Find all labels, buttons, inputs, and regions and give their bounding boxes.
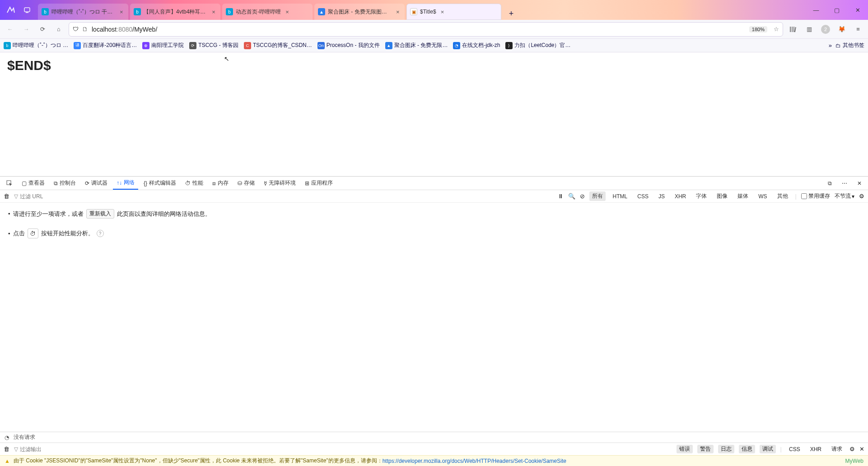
block-icon[interactable]: ⊘: [580, 193, 585, 200]
bookmark-item[interactable]: b哔哩哔哩（˚-˚）つロ …: [4, 42, 68, 49]
tab-5-active[interactable]: ▣$Title$×: [406, 4, 501, 20]
other-bookmarks[interactable]: 🗀其他书签: [835, 42, 864, 49]
home-button[interactable]: ⌂: [52, 23, 65, 36]
level-info[interactable]: 信息: [739, 445, 755, 453]
level-error[interactable]: 错误: [677, 445, 693, 453]
url-box[interactable]: 🛡 🗋 localhost:8080/MyWeb/ 180% ☆: [69, 22, 783, 37]
bookmark-item[interactable]: 译百度翻译-200种语言…: [74, 42, 137, 49]
close-icon[interactable]: ×: [394, 9, 401, 15]
tab-style[interactable]: {}样式编辑器: [140, 177, 180, 190]
bookmark-item[interactable]: ▲聚合图床 - 免费无限…: [385, 42, 448, 49]
level-log[interactable]: 日志: [718, 445, 734, 453]
tab-inspector[interactable]: ▢查看器: [18, 177, 48, 190]
filter-font[interactable]: 字体: [693, 191, 709, 201]
bookmark-item[interactable]: ⟳TSCCG - 博客园: [189, 42, 238, 49]
tab-application[interactable]: ⊞应用程序: [301, 177, 336, 190]
tab-2[interactable]: b【同人音声】4vtb4种耳搔，总×: [130, 4, 220, 20]
level-debug[interactable]: 调试: [760, 445, 776, 453]
back-button[interactable]: ←: [4, 23, 16, 36]
tab-4[interactable]: ▲聚合图床 - 免费无限图片上传×: [314, 4, 405, 20]
pause-icon[interactable]: ⏸: [558, 193, 564, 200]
close-icon[interactable]: ×: [118, 9, 125, 15]
filter-xhr2[interactable]: XHR: [807, 446, 824, 453]
bookmark-item[interactable]: ◔在线文档-jdk-zh: [453, 42, 500, 49]
new-tab-button[interactable]: +: [505, 7, 518, 20]
bookmark-item[interactable]: ⊕南阳理工学院: [142, 42, 184, 49]
warning-source[interactable]: MyWeb: [845, 458, 863, 464]
tab-1[interactable]: b哔哩哔哩（˚-˚）つロ 干杯~-bi×: [38, 4, 128, 20]
more-icon[interactable]: ⋯: [838, 180, 851, 186]
gear-icon[interactable]: ⚙: [849, 446, 855, 452]
tab-storage[interactable]: ⛁存储: [234, 177, 258, 190]
tab-debugger[interactable]: ⟳调试器: [81, 177, 111, 190]
tab-console[interactable]: ⧉控制台: [50, 177, 79, 190]
bookmark-item[interactable]: CTSCCG的博客_CSDN…: [244, 42, 312, 49]
filter-req[interactable]: 请求: [829, 445, 845, 453]
close-devtools-icon[interactable]: ✕: [854, 180, 865, 186]
empty-msg-2: • 点击⏱按钮开始性能分析。?: [8, 228, 860, 238]
library-icon[interactable]: [787, 23, 799, 36]
maximize-button[interactable]: ▢: [826, 0, 847, 20]
overflow-icon[interactable]: »: [829, 42, 832, 49]
warning-link[interactable]: https://developer.mozilla.org/docs/Web/H…: [383, 458, 566, 464]
dock-icon[interactable]: ⧉: [824, 180, 835, 186]
app-icon-2[interactable]: [19, 2, 35, 18]
filter-html[interactable]: HTML: [610, 192, 630, 200]
globe-icon: ⊕: [142, 42, 149, 49]
level-warn[interactable]: 警告: [697, 445, 714, 453]
close-icon[interactable]: ×: [210, 9, 217, 15]
help-icon[interactable]: ?: [97, 230, 104, 237]
close-icon[interactable]: ×: [439, 9, 446, 15]
filter-js[interactable]: JS: [656, 192, 667, 200]
tab-label: 聚合图床 - 免费无限图片上传: [328, 8, 392, 16]
leetcode-icon: ⟩: [505, 42, 513, 49]
filter-input[interactable]: [20, 193, 88, 200]
reload-button[interactable]: ⟳: [36, 23, 49, 36]
bookmark-item[interactable]: OnProcessOn - 我的文件: [317, 42, 380, 49]
minimize-button[interactable]: ―: [806, 0, 826, 20]
tab-3[interactable]: b动态首页-哔哩哔哩×: [222, 4, 313, 20]
close-window-button[interactable]: ✕: [847, 0, 868, 20]
tab-label: $Title$: [420, 9, 436, 15]
filter-media[interactable]: 媒体: [735, 191, 751, 201]
filter-css[interactable]: CSS: [635, 192, 651, 200]
shield-icon[interactable]: 🛡: [73, 26, 79, 33]
lock-icon[interactable]: 🗋: [82, 26, 88, 33]
filter-output[interactable]: ▽: [14, 446, 88, 452]
reload-link[interactable]: 重新载入: [86, 209, 114, 219]
trash-icon[interactable]: 🗑: [4, 193, 9, 200]
filter-other[interactable]: 其他: [775, 191, 791, 201]
zoom-badge[interactable]: 180%: [749, 26, 767, 33]
filter-ws[interactable]: WS: [756, 192, 770, 200]
gear-icon[interactable]: ⚙: [859, 193, 864, 200]
trash-icon[interactable]: 🗑: [4, 446, 9, 452]
filter-css2[interactable]: CSS: [786, 446, 803, 453]
filter-xhr[interactable]: XHR: [672, 192, 689, 200]
network-toolbar: 🗑 ▽ ⏸ 🔍 ⊘ 所有 HTML CSS JS XHR 字体 图像 媒体 WS…: [0, 190, 868, 203]
filter-img[interactable]: 图像: [714, 191, 730, 201]
account-icon[interactable]: 2: [819, 23, 832, 36]
stopwatch-icon[interactable]: ⏱: [28, 228, 38, 238]
empty-msg-1: • 请进行至少一项请求，或者重新载入此页面以查阅详细的网络活动信息。: [8, 209, 860, 219]
bookmark-item[interactable]: ⟩力扣（LeetCode）官…: [505, 42, 570, 49]
disable-cache[interactable]: 禁用缓存: [801, 192, 830, 200]
menu-icon[interactable]: ≡: [852, 23, 864, 36]
pick-element-icon[interactable]: [3, 177, 16, 190]
tab-label: 【同人音声】4vtb4种耳搔，总: [144, 8, 208, 16]
tab-accessibility[interactable]: ☿无障碍环境: [260, 177, 299, 190]
tab-performance[interactable]: ⏱性能: [182, 177, 207, 190]
search-icon[interactable]: 🔍: [568, 193, 575, 200]
extension-icon[interactable]: 🦊: [835, 23, 848, 36]
tab-memory[interactable]: ⧈内存: [209, 177, 232, 190]
filter-output-input[interactable]: [20, 446, 88, 452]
filter-url[interactable]: ▽: [14, 193, 88, 200]
close-icon[interactable]: ×: [284, 9, 291, 15]
filter-all[interactable]: 所有: [589, 191, 606, 201]
bookmark-star-icon[interactable]: ☆: [774, 26, 779, 33]
forward-button[interactable]: →: [20, 23, 33, 36]
reader-icon[interactable]: ▥: [803, 23, 816, 36]
close-drawer-icon[interactable]: ✕: [859, 446, 864, 452]
tab-network[interactable]: ↑↓网络: [113, 177, 138, 190]
app-icon-1[interactable]: [3, 2, 19, 18]
throttle-select[interactable]: 不节流 ▾: [835, 192, 854, 200]
